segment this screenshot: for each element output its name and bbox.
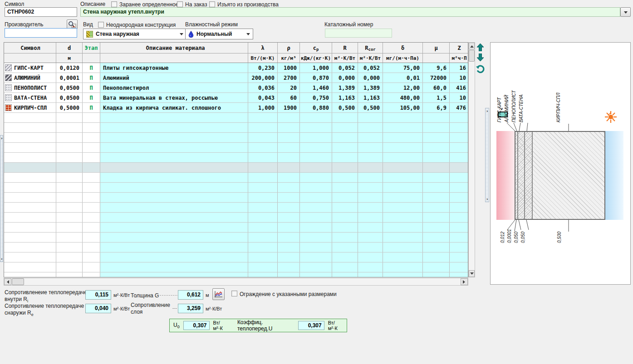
scroll-left-button[interactable]	[4, 278, 11, 285]
table-cell[interactable]: 0,036	[248, 83, 278, 92]
table-cell[interactable]	[423, 213, 450, 222]
table-cell[interactable]	[4, 173, 56, 182]
column-header-8[interactable]: Rcor	[358, 43, 383, 53]
table-cell[interactable]: 1,163	[358, 93, 383, 102]
table-cell[interactable]	[56, 173, 83, 182]
table-cell[interactable]: 480,00	[383, 93, 423, 102]
table-cell[interactable]	[248, 173, 278, 182]
table-cell[interactable]	[423, 252, 450, 262]
table-cell[interactable]	[100, 113, 248, 122]
table-cell[interactable]	[450, 252, 468, 262]
table-cell[interactable]: 416	[450, 83, 468, 92]
table-cell[interactable]	[83, 193, 100, 202]
description-dropdown-button[interactable]	[620, 7, 631, 17]
table-cell[interactable]	[4, 233, 56, 242]
table-cell[interactable]	[56, 262, 83, 272]
table-cell[interactable]	[358, 272, 383, 277]
table-cell[interactable]	[332, 252, 358, 262]
table-cell[interactable]	[358, 163, 383, 172]
table-cell[interactable]	[383, 193, 423, 202]
table-cell[interactable]	[383, 243, 423, 252]
column-header-11[interactable]: Z	[450, 43, 468, 53]
table-cell[interactable]: 0,5000	[56, 103, 83, 112]
table-cell[interactable]	[332, 133, 358, 142]
table-cell[interactable]	[358, 233, 383, 242]
table-cell[interactable]	[100, 153, 248, 162]
table-cell[interactable]	[83, 243, 100, 252]
table-cell[interactable]: 9,6	[423, 63, 450, 73]
table-cell[interactable]	[450, 203, 468, 212]
table-cell[interactable]	[383, 123, 423, 132]
table-cell[interactable]	[83, 113, 100, 122]
table-cell[interactable]: КИРПИЧ-СПЛ	[4, 103, 56, 112]
table-cell[interactable]	[300, 233, 332, 242]
table-cell[interactable]	[83, 252, 100, 262]
table-cell[interactable]	[83, 173, 100, 182]
table-cell[interactable]	[278, 173, 300, 182]
table-cell[interactable]	[278, 223, 300, 232]
table-cell[interactable]	[56, 193, 83, 202]
table-cell[interactable]	[83, 203, 100, 212]
table-cell[interactable]	[300, 262, 332, 272]
table-cell[interactable]	[358, 143, 383, 152]
table-cell[interactable]	[423, 193, 450, 202]
table-cell[interactable]	[83, 163, 100, 172]
table-cell[interactable]	[300, 243, 332, 252]
scroll-up-button[interactable]	[469, 43, 475, 49]
table-cell[interactable]: 0,000	[358, 73, 383, 83]
table-cell[interactable]	[56, 113, 83, 122]
table-cell[interactable]	[450, 163, 468, 172]
table-cell[interactable]	[332, 123, 358, 132]
fence-dims-checkbox[interactable]	[231, 291, 237, 296]
empty-row[interactable]	[4, 262, 468, 272]
table-cell[interactable]	[423, 272, 450, 277]
table-cell[interactable]	[300, 252, 332, 262]
column-header-3[interactable]: Описание материала	[100, 43, 248, 53]
table-cell[interactable]	[358, 223, 383, 232]
column-header-6[interactable]: cp	[300, 43, 332, 53]
on-order-checkbox[interactable]	[177, 1, 183, 7]
table-cell[interactable]	[4, 203, 56, 212]
table-cell[interactable]	[383, 203, 423, 212]
table-cell[interactable]: 1,5	[423, 93, 450, 102]
table-cell[interactable]	[332, 272, 358, 277]
empty-row[interactable]	[4, 113, 468, 123]
table-cell[interactable]	[100, 163, 248, 172]
table-cell[interactable]: ПЕНОПОЛИСТ	[4, 83, 56, 92]
table-cell[interactable]	[383, 213, 423, 222]
table-row[interactable]: ПЕНОПОЛИСТ0,0500ППенополистирол0,036201,…	[4, 83, 468, 93]
table-cell[interactable]	[248, 203, 278, 212]
table-cell[interactable]	[248, 193, 278, 202]
table-cell[interactable]	[100, 203, 248, 212]
left-splitter-handle[interactable]: › ›	[0, 135, 3, 262]
table-cell[interactable]	[100, 173, 248, 182]
column-header-1[interactable]: d	[56, 43, 83, 53]
table-cell[interactable]	[423, 223, 450, 232]
table-cell[interactable]	[278, 153, 300, 162]
table-cell[interactable]: 10	[450, 93, 468, 102]
table-cell[interactable]: Плиты гипсокартонные	[100, 63, 248, 73]
table-cell[interactable]	[358, 153, 383, 162]
manufacturer-input[interactable]	[5, 28, 77, 38]
table-cell[interactable]: П	[83, 73, 100, 83]
empty-row[interactable]	[4, 252, 468, 262]
table-cell[interactable]	[248, 133, 278, 142]
table-cell[interactable]	[423, 113, 450, 122]
table-cell[interactable]	[332, 143, 358, 152]
table-cell[interactable]	[332, 203, 358, 212]
table-cell[interactable]	[423, 243, 450, 252]
table-cell[interactable]	[423, 163, 450, 172]
table-cell[interactable]	[248, 233, 278, 242]
table-cell[interactable]	[383, 252, 423, 262]
table-cell[interactable]	[278, 183, 300, 192]
chart-button[interactable]	[212, 288, 225, 300]
table-cell[interactable]: 1,389	[332, 83, 358, 92]
table-cell[interactable]	[248, 262, 278, 272]
table-cell[interactable]	[383, 113, 423, 122]
table-cell[interactable]: 0,230	[248, 63, 278, 73]
table-cell[interactable]	[278, 233, 300, 242]
table-cell[interactable]	[83, 123, 100, 132]
table-cell[interactable]	[450, 272, 468, 277]
table-cell[interactable]	[56, 123, 83, 132]
column-header-2[interactable]: Этап	[83, 43, 100, 53]
